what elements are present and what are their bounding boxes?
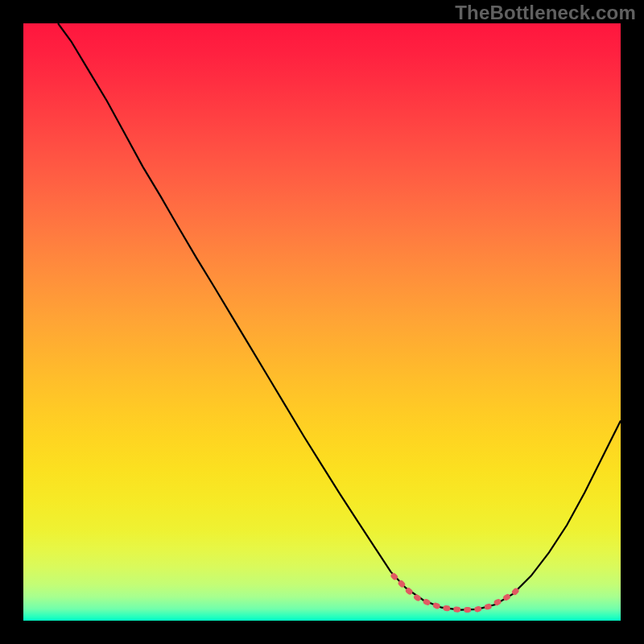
- curve-layer: [23, 23, 621, 621]
- bottleneck-curve: [58, 23, 621, 610]
- plot-area: [23, 23, 621, 621]
- chart-stage: TheBottleneck.com: [0, 0, 644, 644]
- watermark-text: TheBottleneck.com: [455, 2, 636, 24]
